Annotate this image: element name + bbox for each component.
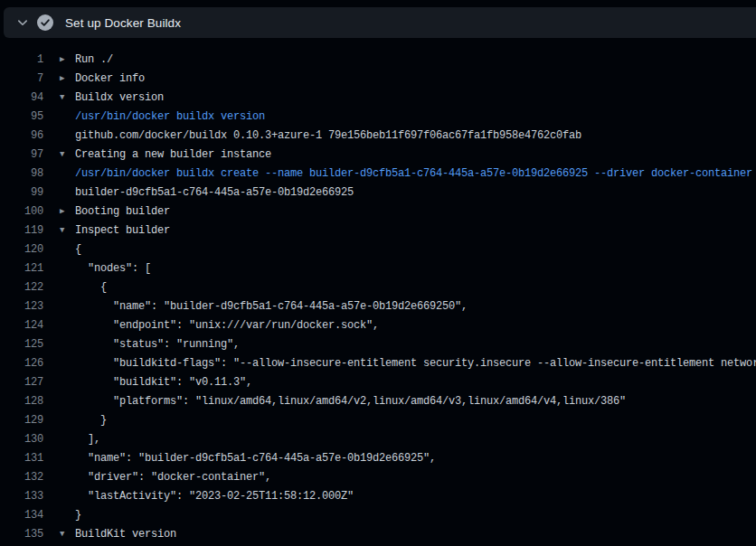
log-text: github.com/docker/buildx 0.10.3+azure-1 … [75,127,581,146]
log-line: 134} [0,506,756,525]
line-number[interactable]: 128 [0,392,43,411]
log-line: 96github.com/docker/buildx 0.10.3+azure-… [0,127,756,146]
line-number[interactable]: 127 [0,373,43,392]
arrow-spacer [60,240,75,259]
log-line: 129 } [0,411,756,430]
log-text: } [75,506,81,525]
arrow-spacer [60,184,75,202]
log-text: ], [75,430,100,449]
chevron-expanded-icon[interactable]: ▼ [60,221,75,240]
chevron-expanded-icon[interactable]: ▼ [60,89,75,108]
log-line: 132 "driver": "docker-container", [0,468,756,487]
log-text: "nodes": [ [75,259,151,278]
log-line: 130 ], [0,430,756,449]
log-text: /usr/bin/docker buildx create --name bui… [75,165,752,184]
line-number[interactable]: 100 [0,202,43,221]
line-number[interactable]: 132 [0,468,43,487]
line-number[interactable]: 130 [0,430,43,449]
log-text: "name": "builder-d9cfb5a1-c764-445a-a57e… [75,297,468,316]
log-line: 122 { [0,278,756,297]
log-line: 120{ [0,240,756,259]
log-text: "endpoint": "unix:///var/run/docker.sock… [75,316,379,335]
arrow-spacer [60,354,75,373]
arrow-spacer [60,506,75,525]
log-line: 128 "platforms": "linux/amd64,linux/amd6… [0,392,756,411]
log-text: "buildkitd-flags": "--allow-insecure-ent… [75,354,756,373]
log-line-group[interactable]: 94▼Buildx version [0,89,756,108]
line-number[interactable]: 97 [0,146,43,165]
arrow-spacer [60,373,75,392]
line-number[interactable]: 123 [0,297,43,316]
log-line-group[interactable]: 1▶Run ./ [0,51,756,70]
arrow-spacer [60,411,75,430]
arrow-spacer [60,449,75,468]
line-number[interactable]: 1 [0,51,43,70]
log-line: 127 "buildkit": "v0.11.3", [0,373,756,392]
log-text: Inspect builder [75,221,170,240]
arrow-spacer [60,297,75,316]
line-number[interactable]: 135 [0,525,43,544]
chevron-collapsed-icon[interactable]: ▶ [60,202,75,221]
log-line: 98/usr/bin/docker buildx create --name b… [0,165,756,184]
log-line: 126 "buildkitd-flags": "--allow-insecure… [0,354,756,373]
arrow-spacer [60,392,75,411]
chevron-collapsed-icon[interactable]: ▶ [60,70,75,89]
line-number[interactable]: 96 [0,127,43,146]
arrow-spacer [60,468,75,487]
line-number[interactable]: 99 [0,184,43,202]
arrow-spacer [60,487,75,506]
line-number[interactable]: 94 [0,89,43,108]
line-number[interactable]: 125 [0,335,43,354]
arrow-spacer [60,278,75,297]
line-number[interactable]: 126 [0,354,43,373]
log-line-group[interactable]: 7▶Docker info [0,70,756,89]
arrow-spacer [60,335,75,354]
line-number[interactable]: 98 [0,165,43,184]
log-text: /usr/bin/docker buildx version [75,108,265,127]
log-line-group[interactable]: 119▼Inspect builder [0,221,756,240]
line-number[interactable]: 124 [0,316,43,335]
log-line-group[interactable]: 100▶Booting builder [0,202,756,221]
line-number[interactable]: 7 [0,70,43,89]
chevron-expanded-icon[interactable]: ▼ [60,146,75,165]
log-line: 99builder-d9cfb5a1-c764-445a-a57e-0b19d2… [0,184,756,202]
line-number[interactable]: 120 [0,240,43,259]
line-number[interactable]: 95 [0,108,43,127]
log-text: { [75,278,107,297]
arrow-spacer [60,108,75,127]
log-text: BuildKit version [75,525,176,544]
line-number[interactable]: 119 [0,221,43,240]
log-text: Docker info [75,70,145,89]
log-line: 124 "endpoint": "unix:///var/run/docker.… [0,316,756,335]
check-circle-icon [37,14,53,31]
arrow-spacer [60,259,75,278]
log-lines: 1▶Run ./7▶Docker info94▼Buildx version95… [0,51,756,546]
log-line: 131 "name": "builder-d9cfb5a1-c764-445a-… [0,449,756,468]
log-text: "platforms": "linux/amd64,linux/amd64/v2… [75,392,626,411]
chevron-expanded-icon[interactable]: ▼ [60,525,75,544]
step-header[interactable]: Set up Docker Buildx [4,7,756,38]
line-number[interactable]: 134 [0,506,43,525]
log-line: 123 "name": "builder-d9cfb5a1-c764-445a-… [0,297,756,316]
line-number[interactable]: 133 [0,487,43,506]
log-text: Run ./ [75,51,113,70]
chevron-down-icon[interactable] [16,16,29,29]
log-line: 133 "lastActivity": "2023-02-25T11:58:12… [0,487,756,506]
log-text: { [75,240,81,259]
log-line-group[interactable]: 135▼BuildKit version [0,525,756,544]
log-container: 1▶Run ./7▶Docker info94▼Buildx version95… [0,38,756,546]
log-text: builder-d9cfb5a1-c764-445a-a57e-0b19d2e6… [75,184,354,202]
line-number[interactable]: 122 [0,278,43,297]
arrow-spacer [60,316,75,335]
log-text: Booting builder [75,202,170,221]
arrow-spacer [60,430,75,449]
line-number[interactable]: 129 [0,411,43,430]
line-number[interactable]: 121 [0,259,43,278]
log-line: 121 "nodes": [ [0,259,756,278]
line-number[interactable]: 131 [0,449,43,468]
chevron-collapsed-icon[interactable]: ▶ [60,51,75,70]
step-title: Set up Docker Buildx [65,16,181,30]
log-text: Creating a new builder instance [75,146,271,165]
log-text: "buildkit": "v0.11.3", [75,373,252,392]
log-line-group[interactable]: 97▼Creating a new builder instance [0,146,756,165]
